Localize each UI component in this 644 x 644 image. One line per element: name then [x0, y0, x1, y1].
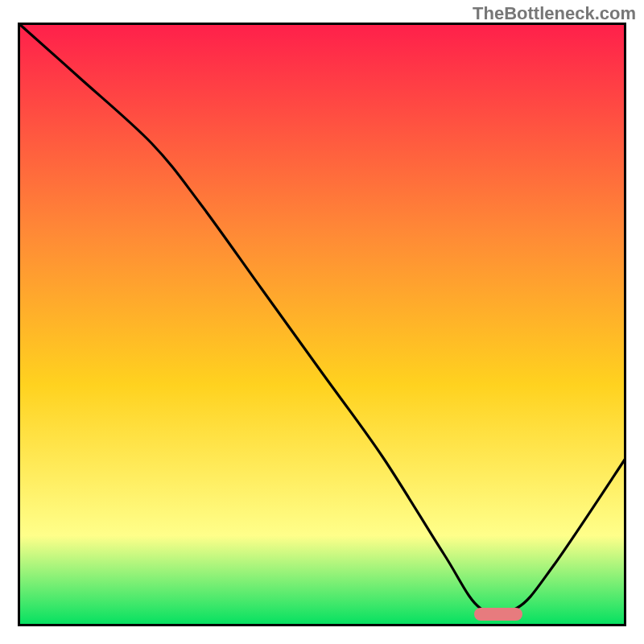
bottleneck-chart-svg — [18, 23, 626, 626]
chart-container: TheBottleneck.com — [0, 0, 644, 644]
plot-area — [18, 23, 626, 626]
optimal-range-marker — [474, 608, 522, 621]
gradient-background — [18, 23, 626, 626]
watermark-text: TheBottleneck.com — [473, 3, 636, 24]
